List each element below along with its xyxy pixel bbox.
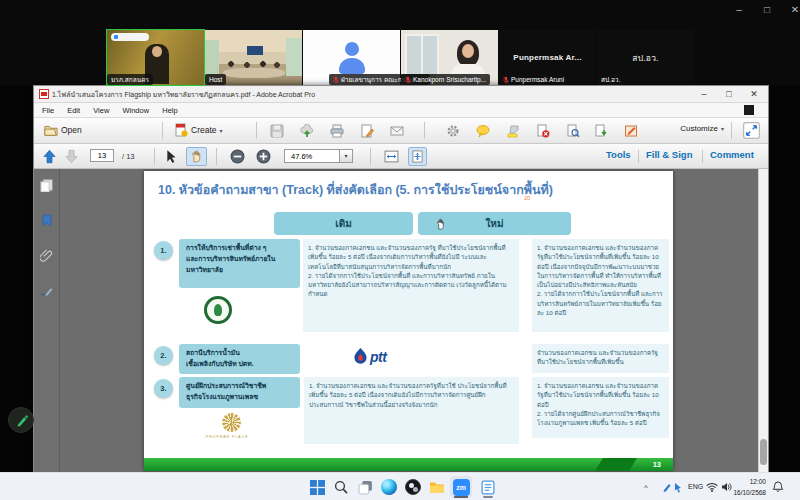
- video-tile-participant-1[interactable]: มรภ.สกลนคร: [107, 30, 204, 85]
- hand-tool-button[interactable]: [186, 147, 207, 166]
- customize-label: Customize: [680, 124, 718, 133]
- open-folder-icon: [44, 123, 58, 137]
- document-view[interactable]: 10. หัวข้อคำถามสาขา (Track) ที่ส่งคัดเลื…: [60, 169, 768, 473]
- vertical-scrollbar[interactable]: [758, 169, 768, 473]
- page-number-input[interactable]: [90, 149, 114, 162]
- meeting-close-button[interactable]: ✕: [784, 2, 800, 18]
- language-indicator[interactable]: ENG: [688, 483, 703, 490]
- speaker-icon[interactable]: [721, 482, 732, 492]
- obs-button[interactable]: [402, 476, 424, 498]
- row-number: 2.: [154, 346, 173, 365]
- edge-browser-button[interactable]: [378, 476, 400, 498]
- acrobat-nav-toolbar: / 13 47.6% ▾ Tools Fill & Sign Comment: [34, 144, 768, 169]
- save-icon[interactable]: [270, 124, 284, 138]
- start-button[interactable]: [306, 476, 328, 498]
- signatures-icon[interactable]: [40, 284, 54, 297]
- print-icon[interactable]: [330, 124, 344, 138]
- window-right: [286, 38, 302, 76]
- close-document-button[interactable]: ✕: [744, 105, 754, 115]
- menu-view[interactable]: View: [93, 106, 109, 115]
- tray-time: 12:00: [750, 478, 766, 485]
- upload-cloud-icon[interactable]: [300, 124, 314, 138]
- fit-page-button[interactable]: [408, 147, 427, 166]
- email-icon[interactable]: [390, 124, 404, 138]
- gear-icon[interactable]: [446, 124, 460, 138]
- search-document-icon[interactable]: [566, 124, 580, 138]
- meeting-minimize-button[interactable]: –: [728, 2, 750, 18]
- video-tile-participant-6[interactable]: สป.อว. สป.อว.: [597, 30, 694, 85]
- window-title: 1.ไฟล์นำเสนอโครงการ Flagship มหาวิทยาลัย…: [52, 89, 315, 100]
- highlight-icon[interactable]: [506, 124, 520, 138]
- participant-name-label: Punpermsak Aruni: [499, 74, 568, 85]
- row3-old-text: 1. จำนวนของภาคเอกชน และจำนวนของภาครัฐที่…: [304, 377, 519, 444]
- video-tile-participant-5[interactable]: Punpermsak Ar... Punpermsak Aruni: [499, 30, 596, 85]
- navigation-pane: [34, 169, 60, 473]
- page-thumbnails-icon[interactable]: [40, 179, 53, 192]
- pdf-slide-page: 10. หัวข้อคำถามสาขา (Track) ที่ส่งคัดเลื…: [144, 171, 673, 471]
- fill-form-icon[interactable]: [624, 124, 638, 138]
- create-pdf-icon: [174, 123, 188, 137]
- university-seal-logo: [204, 296, 232, 324]
- scrollbar-thumb[interactable]: [760, 439, 767, 465]
- pointer-tray-icon[interactable]: [674, 483, 683, 493]
- notes-app-button[interactable]: [477, 476, 499, 498]
- bookmarks-icon[interactable]: [41, 214, 53, 227]
- clock[interactable]: 12:00 16/10/2568: [733, 476, 766, 498]
- edit-page-icon[interactable]: [360, 124, 374, 138]
- tray-overflow-chevron[interactable]: ^: [644, 473, 648, 500]
- avatar-icon: [339, 58, 365, 74]
- acrobat-window: 1.ไฟล์นำเสนอโครงการ Flagship มหาวิทยาลัย…: [33, 85, 769, 472]
- notification-bell-icon[interactable]: [772, 481, 784, 493]
- export-document-icon[interactable]: [594, 124, 608, 138]
- acrobat-body: 10. หัวข้อคำถามสาขา (Track) ที่ส่งคัดเลื…: [34, 169, 768, 473]
- next-page-icon[interactable]: [64, 149, 79, 164]
- acrobat-close-button[interactable]: ✕: [742, 87, 766, 101]
- fill-sign-panel-tab[interactable]: Fill & Sign: [646, 149, 692, 160]
- edge-icon: [381, 479, 397, 495]
- zoom-level-value[interactable]: 47.6%: [284, 149, 340, 163]
- fit-width-icon[interactable]: [384, 149, 399, 164]
- zoom-dropdown-button[interactable]: ▾: [340, 149, 353, 163]
- acrobat-menu-bar: File Edit View Window Help ✕: [34, 103, 768, 118]
- comment-bubble-icon[interactable]: [476, 124, 490, 138]
- video-tile-host[interactable]: Host: [205, 30, 302, 85]
- wifi-icon[interactable]: [706, 482, 718, 492]
- menu-edit[interactable]: Edit: [67, 106, 80, 115]
- taskbar-search-button[interactable]: [330, 476, 352, 498]
- zoom-meeting-strip: – □ ✕ มรภ.สกลนคร Host: [0, 0, 800, 85]
- participant-name-label: Kanokporn Srisucharitp...: [401, 74, 490, 85]
- file-explorer-button[interactable]: [426, 476, 448, 498]
- pen-input-tray-icon[interactable]: [662, 482, 672, 493]
- customize-caret: ▾: [721, 125, 724, 132]
- meeting-maximize-button[interactable]: □: [756, 2, 778, 18]
- attachments-icon[interactable]: [40, 249, 53, 262]
- row2-new-text: จำนวนของภาคเอกชน และจำนวนของภาครัฐที่มาใ…: [532, 344, 669, 373]
- zoom-app-button[interactable]: zm: [450, 476, 472, 498]
- participant-name-text: Punpermsak Aruni: [511, 75, 564, 84]
- ptt-logo: ptt: [354, 348, 386, 365]
- acrobat-restore-button[interactable]: □: [717, 87, 741, 101]
- menu-file[interactable]: File: [42, 106, 54, 115]
- create-button[interactable]: Create ▾: [174, 123, 223, 137]
- tools-panel-tab[interactable]: Tools: [606, 149, 631, 160]
- open-button[interactable]: Open: [44, 123, 82, 137]
- zoom-in-icon[interactable]: [256, 149, 271, 164]
- annotation-pencil-button[interactable]: [8, 407, 34, 433]
- video-tile-participant-3[interactable]: ฝ่ายเลขานุการ คณะกรรมกา...: [303, 30, 400, 85]
- expand-window-icon[interactable]: [743, 122, 760, 139]
- delete-pages-icon[interactable]: [536, 124, 550, 138]
- task-view-button[interactable]: [354, 476, 376, 498]
- customize-button[interactable]: Customize ▾: [680, 124, 724, 133]
- slide-title: 10. หัวข้อคำถามสาขา (Track) ที่ส่งคัดเลื…: [158, 180, 553, 200]
- video-tile-participant-4[interactable]: Kanokporn Srisucharitp...: [401, 30, 498, 85]
- phuphan-place-logo-text: PHUPHAN PLACE: [206, 435, 249, 439]
- comment-panel-tab[interactable]: Comment: [710, 149, 754, 160]
- phuphan-place-logo: [222, 413, 241, 432]
- tray-date: 16/10/2568: [733, 489, 766, 496]
- acrobat-minimize-button[interactable]: –: [692, 87, 716, 101]
- select-tool-icon[interactable]: [165, 149, 179, 163]
- menu-window[interactable]: Window: [122, 106, 149, 115]
- previous-page-icon[interactable]: [42, 149, 57, 164]
- zoom-out-icon[interactable]: [230, 149, 245, 164]
- menu-help[interactable]: Help: [162, 106, 177, 115]
